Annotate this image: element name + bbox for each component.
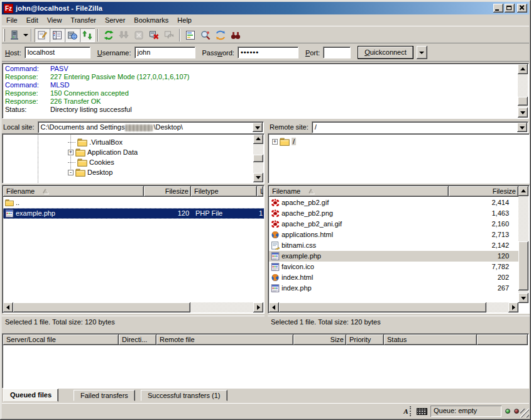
menu-edit[interactable]: Edit [22,15,43,25]
file-row-example-php[interactable]: example.php 120 [269,251,519,262]
log-scrollbar[interactable] [518,64,528,118]
file-row-parent-dir[interactable]: .. [3,197,265,208]
tree-item-application-data[interactable]: + Application Data [3,147,138,157]
title-bar[interactable]: Fz john@localhost - FileZilla [2,2,529,14]
cancel-button[interactable] [131,28,146,42]
tree-item-cookies[interactable]: Cookies [3,157,114,167]
local-tree-scrollbar[interactable] [253,135,263,182]
scroll-thumb[interactable] [253,155,263,162]
tab-successful-transfers[interactable]: Successful transfers (1) [141,390,227,401]
scroll-up-button[interactable] [518,186,528,196]
file-row[interactable]: apache_pb2.png 1,463 [269,208,519,219]
column-header-filename[interactable]: Filename [269,186,449,197]
scroll-right-button[interactable] [253,302,263,312]
scroll-down-button[interactable] [518,108,528,118]
toggle-local-tree-button[interactable] [50,28,65,42]
scroll-up-button[interactable] [253,135,263,144]
synchronized-browsing-button[interactable] [213,28,228,42]
find-files-button[interactable] [228,28,243,42]
transfer-queue[interactable]: Server/Local file Directi... Remote file… [2,333,529,389]
local-directory-tree[interactable]: .VirtualBox + Application Data Cookies -… [2,133,265,184]
scroll-right-button[interactable] [508,302,518,312]
file-row[interactable]: favicon.ico 7,782 [269,262,519,272]
column-header-filesize[interactable]: Filesize [449,186,518,197]
local-site-dropdown-button[interactable] [253,123,263,132]
remote-list-vscrollbar[interactable] [518,186,528,303]
minimize-button[interactable] [493,4,503,13]
toggle-queue-button[interactable] [80,28,95,42]
reconnect-button[interactable] [161,28,177,42]
file-row[interactable]: applications.html 2,713 [269,229,519,240]
toggle-remote-tree-button[interactable] [65,28,80,42]
column-header-status[interactable]: Status [384,334,477,345]
quickconnect-button[interactable]: Quickconnect [358,46,413,59]
scroll-down-button[interactable] [253,173,263,182]
close-icon [517,4,527,13]
scroll-thumb[interactable] [279,302,486,312]
filter-button[interactable] [183,28,198,42]
menu-bookmarks[interactable]: Bookmarks [129,15,173,25]
toggle-message-log-button[interactable] [35,28,50,42]
file-row[interactable]: index.php 267 [269,283,519,294]
menu-file[interactable]: File [2,15,22,25]
menu-server[interactable]: Server [101,15,129,25]
local-list-hscrollbar[interactable] [3,302,263,312]
collapse-icon[interactable]: - [68,170,74,175]
column-header-filesize[interactable]: Filesize [144,186,191,197]
remote-site-combo[interactable]: / [312,121,528,133]
scroll-left-button[interactable] [3,302,13,312]
refresh-button[interactable] [101,28,116,42]
close-button[interactable] [517,4,527,13]
log-line: Response:227 Entering Passive Mode (127,… [3,73,517,81]
file-row[interactable]: bitnami.css 2,142 [269,240,519,251]
file-row-example-php[interactable]: example.php 120 PHP File 1 [3,208,265,219]
menu-transfer[interactable]: Transfer [66,15,101,25]
quickconnect-dropdown-button[interactable] [417,46,427,59]
column-header-priority[interactable]: Priority [346,334,384,345]
column-header-size[interactable]: Size [293,334,346,345]
scroll-up-button[interactable] [518,64,528,74]
expand-icon[interactable]: + [272,139,278,145]
expand-icon[interactable]: + [68,150,74,155]
menu-help[interactable]: Help [173,15,196,25]
column-header-filename[interactable]: Filename [3,186,144,197]
file-row[interactable]: apache_pb2_ani.gif 2,160 [269,219,519,229]
menu-view[interactable]: View [43,15,67,25]
scroll-thumb[interactable] [518,97,528,106]
column-header-remote-file[interactable]: Remote file [156,334,293,345]
scroll-thumb[interactable] [518,241,528,290]
directory-comparison-button[interactable] [198,28,213,42]
file-row[interactable]: apache_pb2.gif 2,414 [269,197,519,208]
port-input[interactable] [323,47,351,58]
site-manager-button[interactable] [7,28,22,42]
resize-grip[interactable] [520,409,529,417]
message-log[interactable]: Command:PASV Response:227 Entering Passi… [2,63,529,119]
toolbar-grip[interactable] [3,29,5,41]
username-input[interactable]: john [134,47,195,58]
tab-failed-transfers[interactable]: Failed transfers [74,390,135,401]
password-input[interactable]: •••••• [238,47,298,58]
site-manager-dropdown[interactable] [23,34,28,36]
scroll-left-button[interactable] [269,302,279,312]
remote-file-list[interactable]: Filename Filesize apache_pb2.gif 2,414 a… [268,185,530,314]
disconnect-button[interactable] [146,28,161,42]
column-header-filetype[interactable]: Filetype [191,186,257,197]
scroll-thumb[interactable] [13,302,190,312]
tree-item-virtualbox[interactable]: .VirtualBox [3,137,123,147]
tree-item-desktop[interactable]: - Desktop [3,167,112,177]
remote-site-dropdown-button[interactable] [517,123,527,132]
host-input[interactable]: localhost [25,47,90,58]
column-header-last-modified[interactable]: L [257,186,263,197]
tab-queued-files[interactable]: Queued files [3,389,58,402]
remote-directory-tree[interactable]: + / [268,133,530,184]
remote-list-hscrollbar[interactable] [269,302,518,312]
column-header-direction[interactable]: Directi... [119,334,156,345]
tree-item-root[interactable]: + / [268,136,296,146]
scroll-down-button[interactable] [518,293,528,303]
column-header-server-local-file[interactable]: Server/Local file [3,334,119,345]
maximize-button[interactable] [505,4,515,13]
file-row[interactable]: index.html 202 [269,272,519,283]
local-file-list[interactable]: Filename Filesize Filetype L .. example.… [2,185,265,314]
local-site-combo[interactable]: C:\Documents and Settings\Desktop\ [38,121,264,133]
process-queue-button[interactable] [116,28,131,42]
